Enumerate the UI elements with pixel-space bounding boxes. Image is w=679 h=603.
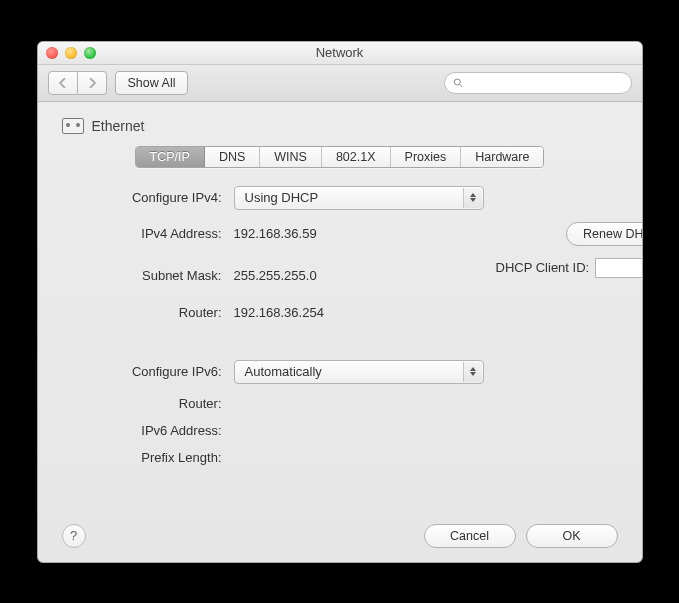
- configure-ipv6-popup[interactable]: Automatically: [234, 360, 484, 384]
- prefix-length-label: Prefix Length:: [62, 450, 222, 465]
- chevron-right-icon: [88, 78, 96, 88]
- nav-back-forward: [48, 71, 107, 95]
- tab-proxies[interactable]: Proxies: [391, 147, 462, 167]
- toolbar: Show All: [38, 65, 642, 102]
- help-button[interactable]: ?: [62, 524, 86, 548]
- configure-ipv4-value: Using DHCP: [245, 190, 319, 205]
- window-title: Network: [38, 45, 642, 60]
- tab-8021x[interactable]: 802.1X: [322, 147, 391, 167]
- form: Configure IPv4: Using DHCP IPv4 Address:…: [62, 186, 618, 465]
- ipv6-router-label: Router:: [62, 396, 222, 411]
- tab-wins[interactable]: WINS: [260, 147, 322, 167]
- dhcp-client-id-label: DHCP Client ID:: [496, 260, 590, 275]
- renew-dhcp-lease-button[interactable]: Renew DHCP Lease: [566, 222, 642, 246]
- search-input[interactable]: [468, 75, 622, 91]
- subnet-mask-value: 255.255.255.0: [234, 268, 484, 283]
- svg-line-1: [459, 84, 462, 87]
- search-field[interactable]: [444, 72, 632, 94]
- show-all-button[interactable]: Show All: [115, 71, 189, 95]
- interface-name: Ethernet: [92, 118, 145, 134]
- chevron-left-icon: [59, 78, 67, 88]
- configure-ipv4-popup[interactable]: Using DHCP: [234, 186, 484, 210]
- titlebar: Network: [38, 42, 642, 65]
- ipv4-address-value: 192.168.36.59: [234, 226, 484, 241]
- popup-arrows-icon: [463, 362, 482, 382]
- dhcp-client-id-input[interactable]: [595, 258, 642, 278]
- configure-ipv4-label: Configure IPv4:: [62, 190, 222, 205]
- popup-arrows-icon: [463, 188, 482, 208]
- traffic-lights: [46, 47, 96, 59]
- ethernet-icon: [62, 118, 84, 134]
- subnet-mask-label: Subnet Mask:: [62, 268, 222, 283]
- zoom-button[interactable]: [84, 47, 96, 59]
- back-button[interactable]: [48, 71, 78, 95]
- tab-tcpip[interactable]: TCP/IP: [136, 147, 205, 167]
- tab-dns[interactable]: DNS: [205, 147, 260, 167]
- ipv6-address-label: IPv6 Address:: [62, 423, 222, 438]
- ipv4-router-label: Router:: [62, 305, 222, 320]
- interface-header: Ethernet: [62, 118, 618, 134]
- close-button[interactable]: [46, 47, 58, 59]
- ok-button[interactable]: OK: [526, 524, 618, 548]
- footer: ? Cancel OK: [62, 514, 618, 548]
- configure-ipv6-value: Automatically: [245, 364, 322, 379]
- tabs: TCP/IP DNS WINS 802.1X Proxies Hardware: [135, 146, 545, 168]
- sheet: Ethernet TCP/IP DNS WINS 802.1X Proxies …: [38, 102, 642, 562]
- forward-button[interactable]: [78, 71, 107, 95]
- cancel-button[interactable]: Cancel: [424, 524, 516, 548]
- search-icon: [453, 77, 464, 89]
- ipv4-router-value: 192.168.36.254: [234, 305, 484, 320]
- minimize-button[interactable]: [65, 47, 77, 59]
- svg-point-0: [454, 79, 460, 85]
- network-preferences-window: Network Show All Ethernet TCP/IP DNS WIN…: [37, 41, 643, 563]
- tab-hardware[interactable]: Hardware: [461, 147, 543, 167]
- configure-ipv6-label: Configure IPv6:: [62, 364, 222, 379]
- ipv4-address-label: IPv4 Address:: [62, 226, 222, 241]
